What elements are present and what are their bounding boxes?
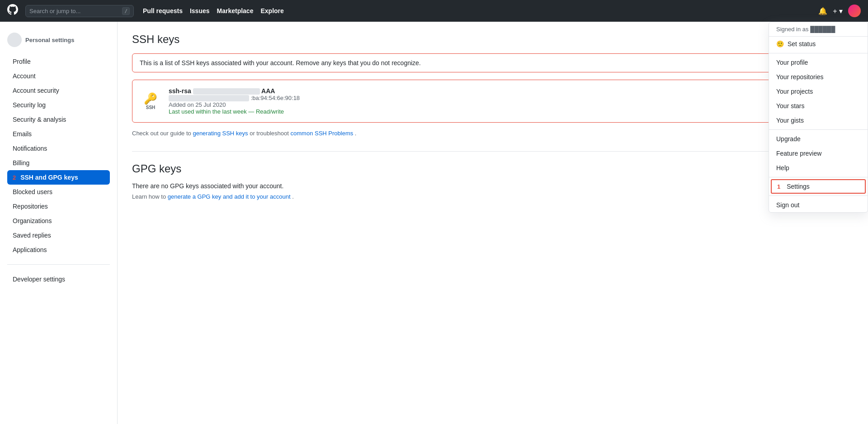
dropdown-your-stars[interactable]: Your stars — [769, 99, 868, 113]
sidebar-item-billing[interactable]: Billing — [7, 156, 110, 170]
sidebar-item-account-security[interactable]: Account security — [7, 83, 110, 98]
dropdown-sign-out[interactable]: Sign out — [769, 198, 868, 212]
ssh-key-card: 🔑 SSH ssh-rsa ████████████████ AAA █████… — [132, 80, 854, 123]
annotation-2: 2 — [13, 174, 16, 181]
ssh-key-name: ssh-rsa ████████████████ AAA — [169, 87, 809, 95]
sidebar-item-notifications[interactable]: Notifications — [7, 141, 110, 156]
sidebar-avatar — [7, 33, 22, 47]
dropdown-settings[interactable]: 1 Settings — [771, 179, 866, 194]
ssh-help-text: Check out our guide to generating SSH ke… — [132, 130, 854, 137]
gpg-learn-text: Learn how to generate a GPG key and add … — [132, 193, 854, 200]
ssh-key-hash: ████████████████████ :ba:94:54:6e:90:18 — [169, 95, 809, 101]
ssh-key-date: Added on 25 Jul 2020 — [169, 101, 809, 108]
nav-links: Pull requests Issues Marketplace Explore — [143, 7, 284, 14]
common-ssh-problems-link[interactable]: common SSH Problems — [291, 130, 354, 137]
ssh-alert-text: This is a list of SSH keys associated wi… — [140, 59, 421, 67]
dropdown-your-repositories[interactable]: Your repositories — [769, 70, 868, 84]
sidebar-nav: Profile Account Account security Securit… — [7, 54, 110, 286]
sidebar-item-ssh-gpg[interactable]: 2 SSH and GPG keys — [7, 170, 110, 185]
dropdown-set-status[interactable]: 🙂 Your profile Set status — [769, 37, 868, 51]
ssh-key-status: Last used within the last week — Read/wr… — [169, 108, 809, 115]
dropdown-your-gists[interactable]: Your gists — [769, 113, 868, 128]
key-label: SSH — [146, 105, 156, 110]
dropdown-upgrade[interactable]: Upgrade — [769, 132, 868, 146]
gpg-section: GPG keys New GPG key There are no GPG ke… — [132, 151, 854, 200]
dropdown-your-profile[interactable]: Your profile — [769, 55, 868, 70]
sidebar-item-developer-settings[interactable]: Developer settings — [7, 272, 110, 286]
sidebar-item-saved-replies[interactable]: Saved replies — [7, 228, 110, 243]
github-logo[interactable] — [7, 4, 18, 18]
gpg-section-title: GPG keys — [132, 162, 801, 175]
nav-marketplace[interactable]: Marketplace — [217, 7, 254, 14]
sidebar-item-emails[interactable]: Emails — [7, 127, 110, 141]
ssh-alert-box: This is a list of SSH keys associated wi… — [132, 53, 854, 72]
dropdown-divider-3 — [769, 177, 868, 177]
smiley-icon: 🙂 — [776, 40, 784, 48]
gpg-section-header: GPG keys New GPG key — [132, 162, 854, 175]
dropdown-divider-2 — [769, 129, 868, 130]
search-kbd: / — [122, 7, 130, 15]
dropdown-signed-in: Signed in as ██████ — [769, 22, 868, 37]
sidebar-item-account[interactable]: Account — [7, 69, 110, 83]
ssh-key-icon: 🔑 SSH — [140, 91, 161, 112]
sidebar-section-developer: Developer settings — [7, 264, 110, 286]
dropdown-divider-4 — [769, 195, 868, 196]
navbar: Search or jump to... / Pull requests Iss… — [0, 0, 868, 22]
dropdown-help[interactable]: Help — [769, 161, 868, 175]
sidebar-item-profile[interactable]: Profile — [7, 54, 110, 69]
navbar-right: 🔔 + ▾ — [818, 5, 861, 17]
avatar-button[interactable] — [848, 5, 861, 17]
ssh-section-header: SSH keys 3 New SSH key — [132, 33, 854, 46]
key-icon: 🔑 — [144, 92, 157, 105]
nav-pull-requests[interactable]: Pull requests — [143, 7, 183, 14]
ssh-section-title: SSH keys — [132, 33, 794, 46]
nav-issues[interactable]: Issues — [190, 7, 210, 14]
notifications-button[interactable]: 🔔 — [818, 7, 827, 15]
generating-ssh-keys-link[interactable]: generating SSH keys — [193, 130, 248, 137]
sidebar-header: Personal settings — [7, 29, 110, 54]
sidebar-title: Personal settings — [25, 37, 74, 43]
sidebar: Personal settings Profile Account Accoun… — [0, 22, 118, 424]
generate-gpg-key-link[interactable]: generate a GPG key and add it to your ac… — [168, 193, 291, 200]
ssh-hash-redacted: ████████████████████ — [169, 95, 249, 101]
page-container: Personal settings Profile Account Accoun… — [0, 22, 868, 424]
nav-explore[interactable]: Explore — [260, 7, 283, 14]
sidebar-item-blocked-users[interactable]: Blocked users — [7, 185, 110, 199]
sidebar-item-security-log[interactable]: Security log — [7, 98, 110, 112]
sidebar-item-organizations[interactable]: Organizations — [7, 214, 110, 228]
sidebar-item-applications[interactable]: Applications — [7, 243, 110, 257]
ssh-section: SSH keys 3 New SSH key This is a list of… — [132, 33, 854, 137]
ssh-key-info: ssh-rsa ████████████████ AAA ███████████… — [169, 87, 809, 115]
annotation-1: 1 — [777, 183, 780, 190]
sidebar-item-repositories[interactable]: Repositories — [7, 199, 110, 214]
dropdown-your-projects[interactable]: Your projects — [769, 84, 868, 99]
user-dropdown: Signed in as ██████ 🙂 Your profile Set s… — [769, 22, 868, 213]
search-placeholder: Search or jump to... — [29, 8, 119, 14]
search-bar[interactable]: Search or jump to... / — [25, 5, 134, 17]
dropdown-divider-1 — [769, 53, 868, 53]
main-content: SSH keys 3 New SSH key This is a list of… — [118, 22, 868, 424]
plus-button[interactable]: + ▾ — [833, 7, 843, 15]
ssh-key-redacted: ████████████████ — [193, 88, 260, 95]
dropdown-feature-preview[interactable]: Feature preview — [769, 146, 868, 161]
sidebar-item-security-analysis[interactable]: Security & analysis — [7, 112, 110, 127]
no-gpg-keys-text: There are no GPG keys associated with yo… — [132, 182, 854, 190]
